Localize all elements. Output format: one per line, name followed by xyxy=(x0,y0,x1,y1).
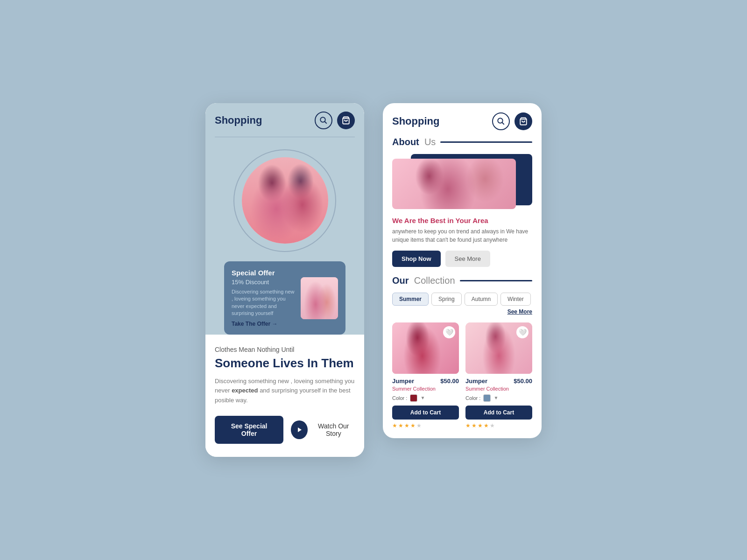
product-info-row-1: Jumper $50.00 xyxy=(392,378,459,385)
wishlist-button-2[interactable]: 🤍 xyxy=(516,326,529,338)
about-image-wrap xyxy=(392,154,532,210)
right-search-button[interactable] xyxy=(492,112,510,130)
hero-image xyxy=(242,157,328,244)
color-swatch-1[interactable] xyxy=(410,394,417,402)
left-header: Shopping xyxy=(215,112,355,129)
product-card-1: 🤍 Jumper $50.00 Summer Collection Color … xyxy=(392,322,459,429)
product-image-1: 🤍 xyxy=(392,322,459,374)
people-art xyxy=(242,157,328,244)
search-icon xyxy=(319,116,328,125)
svg-point-0 xyxy=(320,117,325,122)
left-bottom-section: Clothes Mean Nothing Until Someone Lives… xyxy=(205,335,364,457)
circle-outer xyxy=(233,149,336,252)
star-2-1: ★ xyxy=(465,422,471,429)
about-heading-highlight: About xyxy=(392,137,419,147)
special-offer-title: Special Offer xyxy=(232,269,296,277)
right-header: Shopping xyxy=(392,112,532,130)
see-more-button[interactable]: See More xyxy=(445,251,490,267)
about-heading-line xyxy=(440,141,532,143)
special-offer-image xyxy=(301,277,338,319)
star-1-5: ★ xyxy=(416,422,422,429)
right-header-icons xyxy=(492,112,532,130)
svg-point-4 xyxy=(498,118,503,123)
see-special-offer-button[interactable]: See Special Offer xyxy=(215,416,283,444)
special-offer-text: Special Offer 15% Discount Discovering s… xyxy=(232,269,296,328)
star-1-2: ★ xyxy=(398,422,403,429)
phone-left: Shopping xyxy=(205,103,364,457)
play-icon xyxy=(296,427,303,433)
tab-winter[interactable]: Winter xyxy=(500,293,531,306)
star-2-4: ★ xyxy=(484,422,489,429)
phone-right: Shopping xyxy=(383,103,542,438)
color-swatch-2[interactable] xyxy=(483,394,491,402)
star-1-3: ★ xyxy=(404,422,409,429)
product-name-1: Jumper xyxy=(392,378,414,385)
color-row-2: Color : ▼ xyxy=(465,394,532,402)
products-grid: 🤍 Jumper $50.00 Summer Collection Color … xyxy=(392,322,532,429)
special-offer-card: Special Offer 15% Discount Discovering s… xyxy=(224,261,345,335)
left-search-button[interactable] xyxy=(315,112,332,129)
left-cart-button[interactable] xyxy=(337,112,355,129)
tagline-small: Clothes Mean Nothing Until xyxy=(215,346,355,353)
tagline-desc: Discovering something new , loveing some… xyxy=(215,377,355,406)
main-container: Shopping xyxy=(205,75,542,485)
color-label-1: Color : xyxy=(392,395,407,401)
tab-summer[interactable]: Summer xyxy=(392,293,429,306)
add-to-cart-button-1[interactable]: Add to Cart xyxy=(392,406,459,420)
shop-now-button[interactable]: Shop Now xyxy=(392,251,441,267)
color-label-2: Color : xyxy=(465,395,480,401)
about-desc: anywhere to keep you on trend and always… xyxy=(392,227,532,244)
right-brand-title: Shopping xyxy=(392,115,439,127)
stars-row-2: ★ ★ ★ ★ ★ xyxy=(465,422,532,429)
collection-section: Our Collection Summer Spring Autumn Wint… xyxy=(392,275,532,429)
special-offer-desc: Discovering something new , loveing some… xyxy=(232,288,296,317)
color-row-1: Color : ▼ xyxy=(392,394,459,402)
star-2-3: ★ xyxy=(478,422,483,429)
tab-autumn[interactable]: Autumn xyxy=(465,293,498,306)
collection-heading-normal: Collection xyxy=(414,275,455,286)
product-price-1: $50.00 xyxy=(440,378,459,385)
add-to-cart-button-2[interactable]: Add to Cart xyxy=(465,406,532,420)
cart-icon xyxy=(342,116,350,125)
collection-tabs: Summer Spring Autumn Winter See More xyxy=(392,293,532,315)
collection-heading-highlight: Our xyxy=(392,275,409,286)
color-dropdown-2[interactable]: ▼ xyxy=(493,395,498,400)
color-dropdown-1[interactable]: ▼ xyxy=(420,395,425,400)
svg-line-5 xyxy=(502,122,504,125)
right-cart-button[interactable] xyxy=(514,112,532,130)
about-image-front xyxy=(392,159,516,209)
product-card-2: 🤍 Jumper $50.00 Summer Collection Color … xyxy=(465,322,532,429)
left-top-section: Shopping xyxy=(205,103,364,335)
special-offer-discount: 15% Discount xyxy=(232,279,296,286)
about-buttons: Shop Now See More xyxy=(392,251,532,267)
left-header-divider xyxy=(215,137,355,137)
product-image-2: 🤍 xyxy=(465,322,532,374)
star-2-5: ★ xyxy=(490,422,495,429)
tab-see-more[interactable]: See More xyxy=(507,308,532,315)
star-2-2: ★ xyxy=(472,422,477,429)
stars-row-1: ★ ★ ★ ★ ★ xyxy=(392,422,459,429)
product-price-2: $50.00 xyxy=(514,378,532,385)
tab-spring[interactable]: Spring xyxy=(431,293,462,306)
cart-icon xyxy=(519,117,528,126)
watch-label: Watch Our Story xyxy=(312,422,355,437)
circle-inner xyxy=(242,157,328,244)
hero-image-wrap xyxy=(215,145,355,261)
tagline-big: Someone Lives In Them xyxy=(215,356,355,371)
collection-heading-text: Our Collection xyxy=(392,275,455,286)
about-heading: About Us xyxy=(392,137,532,147)
play-icon-circle xyxy=(291,420,308,439)
special-offer-art xyxy=(301,277,338,319)
left-header-icons xyxy=(315,112,355,129)
about-title: We Are the Best in Your Area xyxy=(392,217,532,224)
wishlist-button-1[interactable]: 🤍 xyxy=(443,326,455,338)
left-brand-title: Shopping xyxy=(215,114,262,126)
watch-story-button[interactable]: Watch Our Story xyxy=(291,420,355,439)
tagline-desc-bold: expected xyxy=(232,387,258,394)
star-1-1: ★ xyxy=(392,422,397,429)
search-icon xyxy=(497,117,505,126)
product-collection-1: Summer Collection xyxy=(392,386,459,392)
take-offer-link[interactable]: Take The Offer → xyxy=(232,321,296,327)
about-heading-text: About Us xyxy=(392,137,436,147)
about-image-art xyxy=(392,159,516,209)
